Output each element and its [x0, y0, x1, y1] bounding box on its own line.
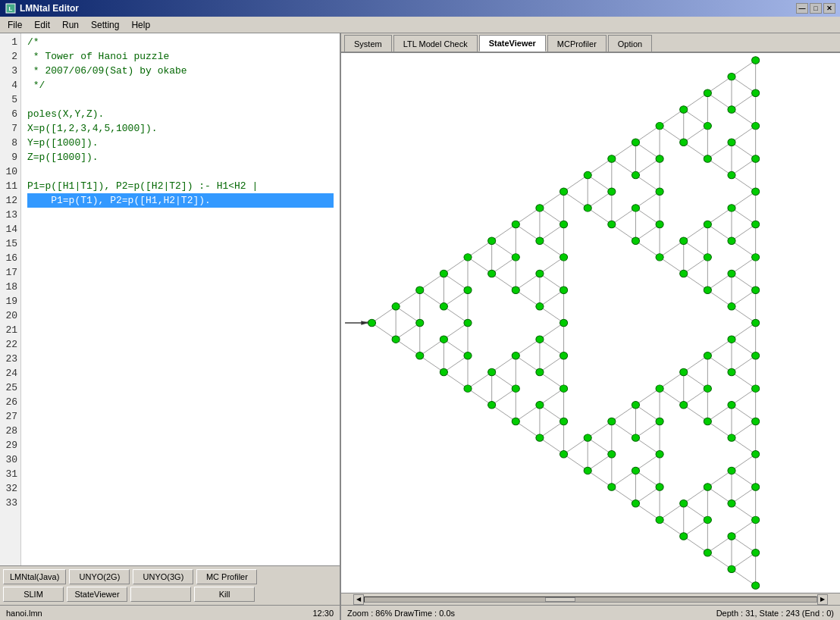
svg-point-305	[704, 122, 711, 129]
svg-line-231	[732, 454, 756, 471]
svg-line-77	[516, 421, 540, 438]
svg-point-264	[512, 254, 519, 261]
scrollbar-thumb[interactable]	[545, 597, 575, 602]
svg-point-276	[488, 402, 496, 409]
button-row-1: LMNtal(Java) UNYO(2G) UNYO(3G) MC Profil…	[3, 569, 337, 584]
svg-line-90	[588, 192, 612, 208]
svg-point-295	[656, 122, 663, 129]
svg-line-180	[635, 421, 660, 438]
tab-bar: System LTL Model Check StateViewer MCPro…	[341, 33, 840, 53]
svg-point-249	[416, 287, 424, 293]
line-number: 12	[3, 193, 17, 208]
tab-ltl-model-check[interactable]: LTL Model Check	[393, 35, 478, 52]
btn-mc-profiler[interactable]: MC Profiler	[196, 569, 257, 584]
tab-system[interactable]: System	[344, 35, 392, 52]
svg-line-140	[660, 257, 684, 274]
code-line	[27, 497, 33, 509]
menu-edit[interactable]: Edit	[28, 18, 56, 32]
scrollbar-track[interactable]	[364, 597, 817, 603]
btn-lmntal-java[interactable]: LMNtal(Java)	[3, 569, 66, 584]
svg-line-74	[540, 372, 564, 389]
code-line	[27, 512, 33, 523]
minimize-button[interactable]: —	[796, 3, 808, 14]
svg-line-240	[732, 520, 756, 537]
menu-help[interactable]: Help	[125, 18, 156, 32]
code-content[interactable]: /* * Tower of Hanoi puzzle * 2007/06/09(…	[21, 33, 340, 565]
svg-line-222	[684, 487, 708, 504]
svg-point-351	[752, 385, 760, 392]
svg-point-304	[704, 89, 711, 96]
btn-unyo3g[interactable]: UNYO(3G)	[133, 569, 193, 584]
svg-line-81	[540, 421, 564, 438]
titlebar-buttons[interactable]: — □ ✕	[796, 3, 835, 14]
scroll-left-button[interactable]: ◀	[353, 594, 364, 605]
svg-line-51	[540, 257, 564, 274]
svg-line-60	[492, 355, 516, 372]
line-number: 11	[3, 179, 17, 193]
code-line: /*	[27, 36, 39, 48]
menu-setting[interactable]: Setting	[85, 18, 125, 32]
svg-line-188	[635, 471, 660, 487]
code-line	[27, 324, 33, 336]
horizontal-scrollbar[interactable]: ◀ ▶	[341, 593, 840, 605]
tab-mcprofiler[interactable]: MCProfiler	[547, 35, 606, 52]
svg-line-210	[707, 405, 732, 421]
svg-line-159	[732, 257, 756, 274]
svg-line-186	[635, 454, 660, 471]
svg-line-200	[684, 405, 708, 421]
svg-point-288	[584, 171, 591, 178]
btn-slim[interactable]: SLIM	[3, 587, 64, 602]
svg-line-204	[732, 323, 756, 340]
line-number: 28	[3, 424, 17, 438]
code-line	[27, 368, 33, 379]
state-viewer[interactable]: →	[341, 53, 840, 593]
svg-line-27	[444, 355, 468, 372]
svg-point-341	[656, 484, 663, 490]
svg-point-308	[728, 106, 735, 113]
svg-point-300	[656, 221, 663, 227]
svg-point-248	[392, 336, 400, 343]
svg-line-171	[588, 454, 612, 471]
menu-run[interactable]: Run	[56, 18, 85, 32]
svg-point-358	[704, 484, 711, 490]
svg-point-342	[656, 516, 663, 523]
svg-line-36	[492, 257, 516, 274]
svg-line-182	[635, 438, 660, 455]
code-line	[27, 310, 33, 321]
svg-line-15	[444, 257, 468, 274]
svg-point-329	[584, 434, 591, 441]
svg-line-218	[732, 438, 756, 455]
svg-point-250	[416, 319, 424, 326]
maximize-button[interactable]: □	[810, 3, 822, 14]
svg-line-6	[396, 290, 420, 307]
svg-point-259	[464, 352, 472, 359]
code-editor[interactable]: 1234567891011121314151617181920212223242…	[0, 33, 340, 565]
tab-option[interactable]: Option	[608, 35, 652, 52]
svg-point-255	[464, 287, 472, 293]
svg-point-306	[704, 155, 711, 162]
bottom-buttons: LMNtal(Java) UNYO(2G) UNYO(3G) MC Profil…	[0, 565, 340, 605]
scroll-right-button[interactable]: ▶	[817, 594, 828, 605]
menu-file[interactable]: File	[2, 18, 28, 32]
close-button[interactable]: ✕	[823, 3, 835, 14]
svg-point-265	[512, 287, 519, 293]
btn-stateviewer[interactable]: StateViewer	[67, 587, 127, 602]
titlebar-title: LMNtal Editor	[20, 3, 796, 14]
svg-line-96	[635, 126, 660, 142]
svg-point-260	[464, 385, 472, 392]
code-line	[27, 483, 33, 494]
svg-line-59	[468, 389, 492, 406]
svg-line-123	[732, 60, 756, 77]
btn-kill[interactable]: Kill	[194, 587, 255, 602]
svg-point-277	[512, 352, 519, 359]
code-line	[27, 339, 33, 350]
btn-unyo2g[interactable]: UNYO(2G)	[69, 569, 130, 584]
code-line	[27, 440, 33, 451]
svg-point-307	[728, 73, 735, 80]
svg-line-245	[732, 569, 756, 586]
tab-stateviewer[interactable]: StateViewer	[479, 35, 546, 52]
line-number: 16	[3, 251, 17, 265]
code-line	[27, 468, 33, 480]
titlebar-icon: L	[5, 2, 17, 14]
svg-line-56	[540, 306, 564, 323]
